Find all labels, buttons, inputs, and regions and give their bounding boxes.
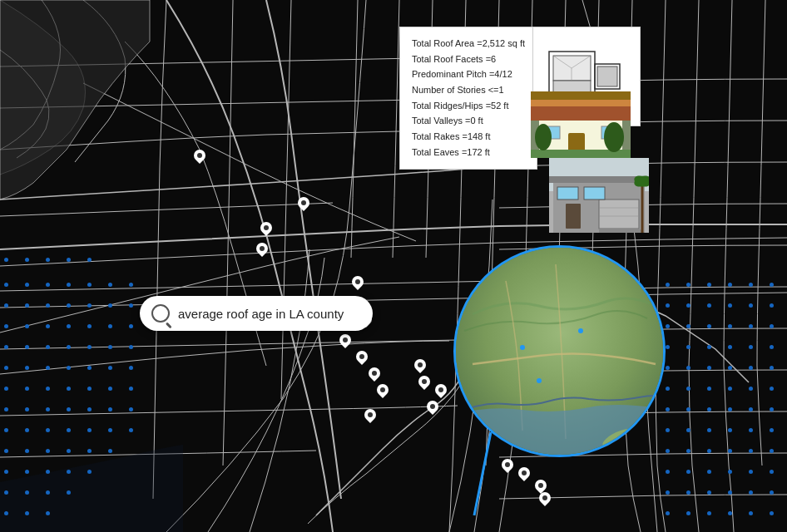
- svg-rect-28: [584, 187, 605, 200]
- location-pin: [427, 401, 438, 416]
- search-query-text: average roof age in LA county: [178, 307, 344, 321]
- location-pin: [414, 359, 426, 374]
- svg-point-18: [535, 124, 552, 150]
- info-line-3: Predominant Pitch =4/12: [412, 66, 525, 82]
- location-pin: [518, 467, 530, 482]
- location-pin: [260, 222, 272, 237]
- location-pin: [369, 367, 380, 382]
- info-line-6: Total Valleys =0 ft: [412, 113, 525, 129]
- svg-rect-26: [566, 204, 581, 229]
- svg-point-36: [537, 378, 542, 383]
- roof-info-card: Total Roof Area =2,512 sq ft Total Roof …: [399, 27, 537, 170]
- svg-point-35: [578, 328, 583, 333]
- road-network: [0, 0, 787, 532]
- svg-rect-27: [557, 187, 578, 200]
- location-pin: [502, 459, 513, 474]
- location-pin: [377, 384, 389, 399]
- location-pin: [364, 409, 376, 424]
- search-bar[interactable]: average roof age in LA county: [140, 296, 373, 331]
- location-pin: [539, 492, 551, 507]
- info-line-2: Total Roof Facets =6: [412, 52, 525, 67]
- house-photo-1: [531, 91, 631, 158]
- info-line-7: Total Rakes =148 ft: [412, 129, 525, 145]
- info-line-8: Total Eaves =172 ft: [412, 145, 525, 160]
- location-pin: [352, 276, 364, 291]
- info-line-4: Number of Stories <=1: [412, 82, 525, 98]
- svg-rect-4: [597, 66, 617, 86]
- location-pin: [339, 334, 351, 349]
- location-pin: [418, 376, 430, 391]
- search-icon: [151, 304, 170, 323]
- location-pin: [194, 150, 205, 165]
- info-line-1: Total Roof Area =2,512 sq ft: [412, 36, 525, 52]
- svg-rect-22: [549, 176, 649, 183]
- location-pin: [356, 351, 368, 366]
- location-pin: [435, 384, 447, 399]
- info-line-5: Total Ridges/Hips =52 ft: [412, 98, 525, 114]
- location-pin: [298, 197, 309, 212]
- house-photo-2: [549, 158, 649, 233]
- satellite-map-circle: [453, 245, 666, 457]
- svg-point-34: [520, 345, 525, 350]
- location-pin: [256, 243, 268, 258]
- svg-rect-11: [531, 100, 631, 106]
- svg-point-17: [604, 122, 624, 152]
- svg-rect-23: [599, 200, 639, 229]
